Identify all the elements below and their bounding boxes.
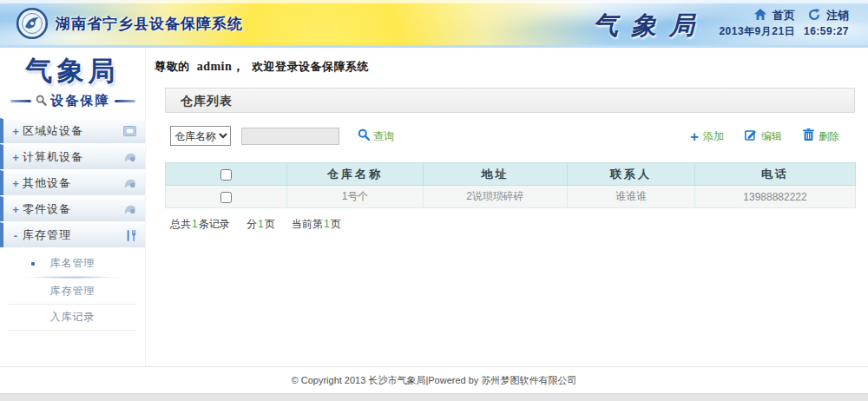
- main-content: 尊敬的 admin， 欢迎登录设备保障系统 仓库列表 仓库名称 查询: [146, 48, 868, 369]
- table-header-row: 仓库名称 地址 联系人 电话: [166, 163, 856, 186]
- select-all-header-cell: [166, 163, 287, 186]
- refresh-icon: [808, 9, 820, 23]
- expand-plus-icon: +: [9, 125, 23, 138]
- expand-plus-icon: +: [9, 203, 23, 216]
- add-button-label: 添加: [703, 129, 724, 144]
- column-header-address: 地址: [424, 163, 568, 186]
- search-button[interactable]: 查询: [358, 128, 394, 144]
- sidebar-menu: + 区域站设备 + 计算机设备 + 其他设备: [0, 118, 145, 331]
- app-window: 湖南省宁乡县设备保障系统 气象局 首页 注销 2013年9月21日 16:59:…: [0, 0, 868, 401]
- copyright-text: © Copyright 2013 长沙市气象局|Powered by 苏州梦图软…: [0, 367, 868, 393]
- magnifier-icon: [36, 94, 47, 109]
- sidebar-subitem-inbound-records[interactable]: 入库记录: [0, 305, 145, 330]
- comment-icon: [124, 179, 136, 188]
- table-row[interactable]: 1号个 2说琐琐碎碎 谁谁谁 13988882222: [166, 186, 856, 208]
- greeting-suffix: 欢迎登录设备保障系统: [252, 60, 369, 73]
- submenu-divider: [9, 330, 136, 331]
- cell-address: 2说琐琐碎碎: [424, 186, 568, 208]
- cell-contact: 谁谁谁: [568, 186, 695, 208]
- column-header-contact: 联系人: [568, 163, 695, 186]
- sidebar-item-label: 零件设备: [23, 201, 124, 217]
- delete-button[interactable]: 删除: [803, 128, 839, 144]
- sidebar-subitem-label: 入库记录: [50, 311, 95, 323]
- comment-icon: [124, 153, 136, 162]
- sidebar: 气象局 设备保障 + 区域站设备 + 计算机设备: [0, 48, 146, 369]
- sidebar-item-other-devices[interactable]: + 其他设备: [0, 170, 145, 195]
- edit-button[interactable]: 编辑: [745, 128, 782, 144]
- monitor-icon: [123, 126, 136, 136]
- sidebar-item-label: 计算机设备: [23, 149, 124, 165]
- total-pages-count: 1: [257, 218, 265, 230]
- home-link[interactable]: 首页: [773, 8, 795, 23]
- bureau-emblem-icon: [16, 7, 49, 43]
- time-label: 16:59:27: [804, 25, 849, 37]
- system-title: 湖南省宁乡县设备保障系统: [56, 14, 243, 34]
- search-button-label: 查询: [373, 129, 394, 144]
- cell-phone: 13988882222: [695, 186, 856, 208]
- sidebar-subitem-warehouse-names[interactable]: 库名管理: [0, 251, 145, 276]
- logout-link[interactable]: 注销: [826, 8, 849, 23]
- expand-plus-icon: +: [9, 151, 23, 164]
- row-select-cell: [166, 186, 287, 208]
- footer-strip: [0, 393, 868, 401]
- column-header-phone: 电话: [695, 163, 856, 186]
- sidebar-item-label: 区域站设备: [23, 123, 123, 139]
- total-records-count: 1: [191, 218, 199, 230]
- pagination-pages: 分1页: [247, 218, 275, 230]
- sidebar-item-inventory-management[interactable]: - 库存管理: [0, 222, 145, 247]
- home-icon: [754, 9, 766, 23]
- plus-icon: +: [690, 131, 699, 142]
- top-banner: 湖南省宁乡县设备保障系统 气象局 首页 注销 2013年9月21日 16:59:…: [0, 0, 868, 48]
- search-input[interactable]: [241, 128, 339, 145]
- column-header-name: 仓库名称: [287, 163, 424, 186]
- sidebar-submenu: 库名管理 库存管理 入库记录: [0, 251, 145, 331]
- sidebar-logo-subtitle: 设备保障: [51, 93, 110, 109]
- select-all-checkbox[interactable]: [220, 169, 232, 181]
- pagination: 总共1条记录 分1页 当前第1页: [170, 217, 855, 232]
- footer: © Copyright 2013 长沙市气象局|Powered by 苏州梦图软…: [0, 366, 868, 401]
- sidebar-item-parts-devices[interactable]: + 零件设备: [0, 196, 145, 221]
- expand-plus-icon: +: [9, 177, 23, 190]
- decorative-bar-left: [10, 100, 31, 102]
- active-bullet-icon: [31, 262, 35, 266]
- greeting-username: admin，: [197, 60, 245, 73]
- collapse-minus-icon: -: [9, 229, 23, 242]
- sidebar-subitem-inventory[interactable]: 库存管理: [0, 279, 145, 304]
- sidebar-logo-title: 气象局: [0, 53, 145, 89]
- sidebar-item-regional-station-devices[interactable]: + 区域站设备: [0, 118, 145, 143]
- sidebar-subitem-label: 库名管理: [50, 257, 95, 269]
- brand-calligraphy: 气象局: [593, 9, 707, 43]
- cell-warehouse-name: 1号个: [287, 186, 424, 208]
- current-page-number: 1: [323, 218, 331, 230]
- magnifier-icon: [358, 128, 370, 144]
- delete-button-label: 删除: [819, 129, 839, 144]
- comment-icon: [124, 205, 136, 214]
- datetime: 2013年9月21日 16:59:27: [713, 24, 849, 39]
- warehouse-list-panel: 仓库列表 仓库名称 查询 + 添加: [165, 88, 855, 232]
- add-button[interactable]: + 添加: [690, 129, 724, 144]
- sidebar-item-label: 其他设备: [23, 175, 124, 191]
- table-actions: + 添加 编辑 删除: [690, 128, 839, 144]
- tools-icon: [126, 230, 136, 241]
- panel-title: 仓库列表: [165, 88, 855, 113]
- pagination-current: 当前第1页: [292, 218, 341, 230]
- trash-icon: [803, 128, 814, 144]
- sidebar-subitem-label: 库存管理: [50, 285, 95, 297]
- sidebar-item-label: 库存管理: [23, 227, 126, 243]
- panel-toolbar: 仓库名称 查询 + 添加: [165, 126, 855, 148]
- welcome-message: 尊敬的 admin， 欢迎登录设备保障系统: [146, 48, 868, 75]
- greeting-prefix: 尊敬的: [155, 60, 190, 73]
- decorative-bar-right: [115, 100, 135, 102]
- date-label: 2013年9月21日: [719, 25, 795, 37]
- pagination-total: 总共1条记录: [170, 218, 230, 230]
- row-checkbox[interactable]: [220, 192, 232, 203]
- sidebar-logo-subtitle-row: 设备保障: [0, 93, 145, 109]
- warehouse-table: 仓库名称 地址 联系人 电话 1号个 2说琐琐碎碎 谁谁谁 13988: [165, 162, 856, 208]
- sidebar-item-computer-devices[interactable]: + 计算机设备: [0, 144, 145, 169]
- search-field-select[interactable]: 仓库名称: [170, 126, 231, 146]
- edit-icon: [745, 128, 757, 144]
- edit-button-label: 编辑: [761, 129, 782, 144]
